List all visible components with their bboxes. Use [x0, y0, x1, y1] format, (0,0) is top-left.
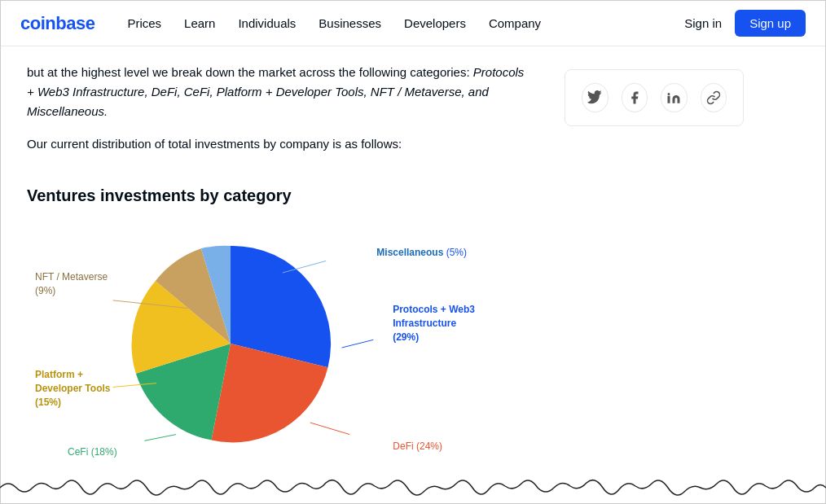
- page-content: but at the highest level we break down t…: [1, 46, 825, 503]
- nav-item-developers[interactable]: Developers: [404, 16, 466, 30]
- pie-chart-svg: [108, 230, 353, 458]
- nav-logo[interactable]: coinbase: [20, 13, 94, 34]
- main-content: but at the highest level we break down t…: [27, 63, 532, 487]
- linkedin-icon: [666, 90, 681, 105]
- link-icon: [706, 90, 721, 105]
- signin-button[interactable]: Sign in: [684, 16, 722, 30]
- label-nft: NFT / Metaverse (9%): [35, 270, 108, 298]
- label-miscellaneous: Miscellaneous (5%): [376, 246, 467, 260]
- linkedin-share-button[interactable]: [661, 83, 688, 112]
- nav-actions: Sign in Sign up: [684, 10, 806, 37]
- label-cefi: CeFi (18%): [68, 445, 117, 459]
- nav-links: Prices Learn Individuals Businesses Deve…: [127, 16, 684, 30]
- sidebar: [565, 63, 744, 487]
- chart-title: Ventures investments by category: [27, 186, 532, 205]
- copy-link-button[interactable]: [701, 83, 727, 112]
- nav-item-learn[interactable]: Learn: [184, 16, 215, 30]
- intro-paragraph: but at the highest level we break down t…: [27, 63, 532, 121]
- label-defi: DeFi (24%): [393, 440, 442, 454]
- twitter-icon: [587, 90, 602, 105]
- signup-button[interactable]: Sign up: [735, 10, 806, 37]
- nav-item-company[interactable]: Company: [489, 16, 541, 30]
- distribution-paragraph: Our current distribution of total invest…: [27, 134, 532, 154]
- twitter-share-button[interactable]: [582, 83, 609, 112]
- facebook-icon: [627, 90, 642, 105]
- facebook-share-button[interactable]: [622, 83, 648, 112]
- label-protocols: Protocols + Web3Infrastructure (29%): [393, 303, 475, 344]
- nav-item-individuals[interactable]: Individuals: [238, 16, 296, 30]
- nav-item-prices[interactable]: Prices: [127, 16, 161, 30]
- navbar: coinbase Prices Learn Individuals Busine…: [1, 1, 825, 46]
- chart-section: Ventures investments by category: [27, 173, 532, 487]
- wave-decoration: [0, 471, 826, 504]
- label-platform: Platform +Developer Tools (15%): [35, 368, 110, 409]
- pie-chart-container: Miscellaneous (5%) Protocols + Web3Infra…: [27, 221, 483, 474]
- social-share-bar: [565, 69, 744, 126]
- nav-item-businesses[interactable]: Businesses: [319, 16, 381, 30]
